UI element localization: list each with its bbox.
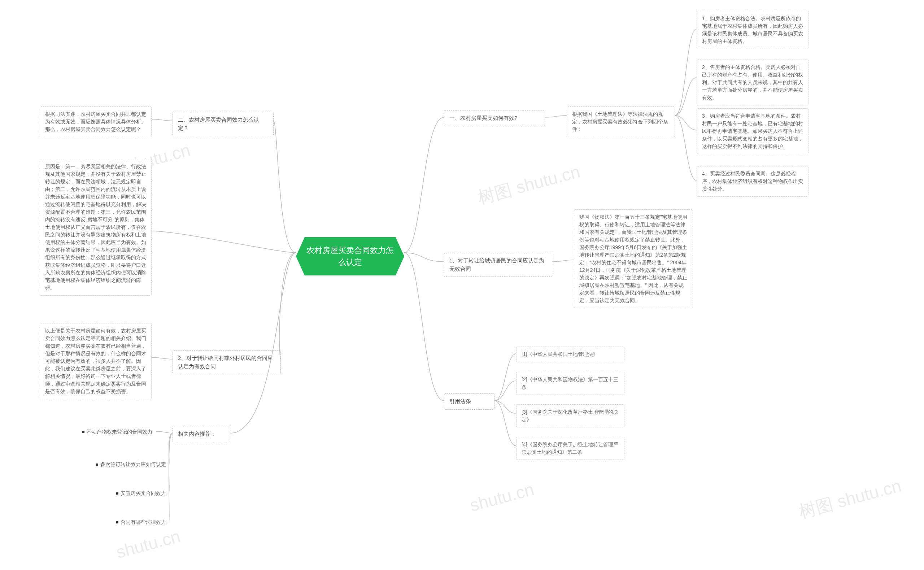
leaf-related-4: 合同有哪些法律效力 — [104, 516, 169, 528]
leaf-citation-3: [3]《国务院关于深化改革严格土地管理的决定》 — [516, 404, 624, 428]
watermark: 树图 shutu.cn — [475, 160, 583, 209]
root-node: 农村房屋买卖合同效力怎么认定 — [296, 237, 404, 276]
branch-rural-valid-mid: 根据我国《土地管理法》等法律法规的规定，农村房屋买卖有效必须符合下列四个条件： — [567, 106, 675, 137]
leaf-valid-cond-4: 4、买卖经过村民委员会同意。这是必经程序，农村集体经济组织有权对这种物权作出实质… — [697, 166, 809, 197]
leaf-related-1: 不动产物权未登记的合同效力 — [65, 426, 155, 438]
leaf-related-3-text: 安置房买卖合同效力 — [121, 490, 166, 496]
leaf-valid-cond-3: 3、购房者应当符合申请宅基地的条件。农村村民一户只能有一处宅基地，已有宅基地的村… — [697, 108, 809, 154]
leaf-related-3: 安置房买卖合同效力 — [104, 487, 169, 499]
leaf-related-2-text: 多次签订转让效力应如何认定 — [100, 461, 166, 467]
leaf-urban-invalid-detail: 我国《物权法》第一百五十三条规定"宅基地使用权的取得、行使和转让，适用土地管理法… — [574, 209, 693, 308]
branch-citations: 引用法条 — [444, 394, 494, 410]
leaf-citation-2: [2]《中华人民共和国物权法》第一百五十三条 — [516, 372, 624, 395]
leaf-citation-1: [1]《中华人民共和国土地管理法》 — [516, 346, 624, 362]
leaf-valid-cond-2: 2、售房者的主体资格合格。卖房人必须对自己所有的财产有占有、使用、收益和处分的权… — [697, 60, 809, 106]
branch-related-content: 相关内容推荐： — [173, 426, 230, 442]
leaf-related-4-text: 合同有哪些法律效力 — [121, 519, 166, 525]
branch-howto-recognize: 二、农村房屋买卖合同效力怎么认定？ — [173, 112, 274, 136]
watermark: 树图 shutu.cn — [797, 474, 904, 523]
watermark: shutu.cn — [468, 479, 536, 515]
branch-rural-valid: 一、农村房屋买卖如何有效? — [444, 110, 545, 126]
leaf-howto-intro: 根据司法实践，农村房屋买卖合同并非都认定为有效或无效，而应按照具体情况具体分析。… — [40, 106, 151, 137]
leaf-related-2: 多次签订转让效力应如何认定 — [79, 458, 169, 470]
leaf-related-1-text: 不动产物权未登记的合同效力 — [87, 429, 152, 435]
leaf-citation-4: [4]《国务院办公厅关于加强土地转让管理严禁炒卖土地的通知》第二条 — [516, 437, 624, 460]
leaf-same-village-detail: 以上便是关于农村房屋如何有效，农村房屋买卖合同效力怎么认定等问题的相关介绍。我们… — [40, 323, 151, 399]
leaf-valid-cond-1: 1、购房者主体资格合法。农村房屋所依存的宅基地属于农村集体成员所有，因此购房人必… — [697, 11, 809, 49]
watermark: shutu.cn — [114, 526, 183, 562]
branch-urban-invalid: 1、对于转让给城镇居民的合同应认定为无效合同 — [444, 253, 552, 277]
leaf-reasons-block: 原因是：第一，穷尽我国相关的法律、行政法规及其他国家规定，并没有关于农村房屋禁止… — [40, 159, 151, 296]
branch-same-village-valid: 2、对于转让给同村或外村居民的合同应认定为有效合同 — [173, 350, 281, 374]
